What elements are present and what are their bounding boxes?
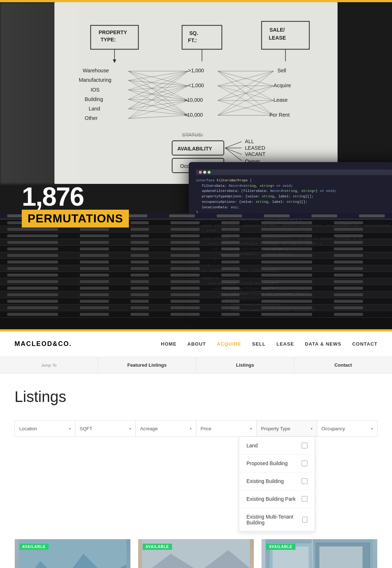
dropdown-land-checkbox[interactable]: [302, 443, 307, 448]
nav-home[interactable]: HOME: [161, 341, 176, 347]
svg-text:ALL: ALL: [245, 138, 254, 144]
nav-lease[interactable]: LEASE: [277, 341, 294, 347]
svg-rect-107: [319, 547, 363, 568]
property-type-dropdown-menu: Land Proposed Building Existing Building…: [239, 437, 315, 532]
background-table: [0, 213, 392, 329]
jump-bar-label-item: Jump To: [0, 357, 98, 373]
location-filter[interactable]: Location ▾: [15, 420, 75, 436]
svg-text:Sell: Sell: [278, 68, 286, 73]
price-filter-label: Price: [201, 426, 212, 431]
svg-line-40: [128, 100, 188, 101]
jump-listings-label: Listings: [236, 362, 254, 368]
svg-text:PROPERTY: PROPERTY: [99, 29, 127, 35]
svg-text:LEASED: LEASED: [245, 145, 265, 151]
svg-text:LEASE: LEASE: [269, 35, 286, 41]
dropdown-land-label: Land: [246, 443, 258, 448]
listings-section: Listings Location ▾ SQFT ▾ Acreage ▾ Pri…: [0, 374, 392, 568]
svg-text:TYPE:: TYPE:: [101, 37, 116, 43]
jump-to-label: Jump To: [41, 363, 57, 367]
dropdown-item-existing-multitenant[interactable]: Existing Multi-Tenant Building: [239, 508, 315, 531]
svg-line-29: [128, 71, 188, 116]
svg-text:Acquire: Acquire: [274, 82, 291, 88]
svg-text:Lease: Lease: [274, 97, 288, 103]
acreage-filter[interactable]: Acreage ▾: [136, 420, 196, 436]
navbar: MACLEOD&CO. HOME ABOUT ACQUIRE SELL LEAS…: [0, 331, 392, 357]
hero-section: PROPERTY TYPE: SQ. FT.: SALE/ LEASE Ware…: [0, 2, 392, 329]
sqft-filter[interactable]: SQFT ▾: [75, 420, 136, 436]
filter-bar: Location ▾ SQFT ▾ Acreage ▾ Price ▾ Prop…: [15, 420, 377, 437]
svg-text:Building: Building: [85, 96, 103, 102]
svg-text:Other: Other: [85, 115, 98, 121]
card-3-badge: AVAILABLE: [266, 544, 295, 550]
site-logo: MACLEOD&CO.: [15, 340, 72, 348]
jump-contact-label: Contact: [334, 362, 352, 368]
dropdown-existing-park-checkbox[interactable]: [302, 496, 307, 502]
dropdown-item-land[interactable]: Land: [239, 437, 315, 455]
dropdown-proposed-checkbox[interactable]: [302, 460, 307, 466]
acreage-chevron-icon: ▾: [190, 427, 192, 431]
jump-listings[interactable]: Listings: [196, 357, 294, 373]
jump-contact[interactable]: Contact: [294, 357, 392, 373]
price-filter[interactable]: Price ▾: [196, 420, 257, 436]
listing-card-1[interactable]: AVAILABLE: [15, 539, 131, 568]
svg-text:FT.:: FT.:: [188, 37, 197, 43]
jump-featured-label: Featured Listings: [127, 362, 167, 368]
listing-card-2[interactable]: AVAILABLE: [138, 539, 254, 568]
nav-acquire[interactable]: ACQUIRE: [217, 341, 241, 347]
card-1-badge: AVAILABLE: [19, 544, 49, 550]
svg-line-73: [225, 148, 242, 154]
svg-line-71: [225, 142, 242, 148]
property-type-label: Property Type: [261, 426, 290, 431]
dropdown-existing-label: Existing Building: [246, 478, 284, 484]
location-chevron-icon: ▾: [69, 427, 71, 431]
whiteboard-sketch: PROPERTY TYPE: SQ. FT.: SALE/ LEASE Ware…: [54, 2, 338, 184]
svg-text:VACANT: VACANT: [245, 151, 266, 157]
dropdown-multitenant-checkbox[interactable]: [302, 517, 307, 523]
dropdown-item-existing-building[interactable]: Existing Building: [239, 472, 315, 490]
location-filter-label: Location: [19, 426, 37, 431]
svg-text:SQ.: SQ.: [189, 30, 198, 36]
nav-data-news[interactable]: DATA & NEWS: [305, 341, 341, 347]
listing-cards: AVAILABLE AVAI: [15, 532, 377, 568]
occupancy-filter-label: Occupancy: [322, 426, 345, 431]
dropdown-item-proposed-building[interactable]: Proposed Building: [239, 455, 315, 472]
svg-text:Land: Land: [89, 106, 100, 112]
svg-text:IOS: IOS: [91, 87, 100, 93]
listings-title: Listings: [15, 388, 377, 406]
jump-featured-listings[interactable]: Featured Listings: [98, 357, 196, 373]
price-chevron-icon: ▾: [250, 427, 252, 431]
permutations-label: PERMUTATIONS: [22, 210, 129, 227]
svg-text:STATUS:: STATUS:: [182, 132, 203, 138]
svg-line-74: [225, 148, 242, 161]
dropdown-existing-checkbox[interactable]: [302, 478, 307, 484]
jump-bar: Jump To Featured Listings Listings Conta…: [0, 357, 392, 374]
property-type-filter[interactable]: Property Type ▾: [257, 420, 317, 436]
acreage-filter-label: Acreage: [140, 426, 158, 431]
svg-line-27: [128, 71, 188, 86]
card-2-badge: AVAILABLE: [143, 544, 172, 550]
dropdown-multitenant-label: Existing Multi-Tenant Building: [246, 514, 302, 525]
svg-text:AVAILABILITY: AVAILABILITY: [177, 146, 212, 152]
permutations-number: 1,876: [22, 184, 129, 210]
stats-overlay: 1,876 PERMUTATIONS: [22, 184, 129, 227]
dropdown-proposed-label: Proposed Building: [246, 460, 288, 466]
occupancy-chevron-icon: ▾: [371, 427, 373, 431]
property-type-dropdown: Land Proposed Building Existing Building…: [15, 437, 377, 532]
listing-card-3[interactable]: AVAILABLE: [261, 539, 377, 568]
sqft-filter-label: SQFT: [80, 426, 93, 431]
svg-text:>1,000: >1,000: [188, 68, 204, 73]
dropdown-item-existing-building-park[interactable]: Existing Building Park: [239, 490, 315, 508]
svg-text:Warehouse: Warehouse: [83, 68, 109, 73]
nav-links: HOME ABOUT ACQUIRE SELL LEASE DATA & NEW…: [161, 341, 377, 347]
nav-sell[interactable]: SELL: [252, 341, 266, 347]
occupancy-filter[interactable]: Occupancy ▾: [317, 420, 377, 436]
svg-text:Manufacturing: Manufacturing: [79, 77, 111, 83]
sqft-chevron-icon: ▾: [129, 427, 131, 431]
svg-text:<1,000: <1,000: [188, 82, 204, 88]
property-type-chevron-icon: ▾: [311, 427, 313, 431]
dropdown-existing-park-label: Existing Building Park: [246, 496, 295, 502]
nav-contact[interactable]: CONTACT: [352, 341, 377, 347]
svg-line-47: [128, 86, 188, 118]
svg-line-34: [128, 71, 188, 90]
nav-about[interactable]: ABOUT: [187, 341, 206, 347]
